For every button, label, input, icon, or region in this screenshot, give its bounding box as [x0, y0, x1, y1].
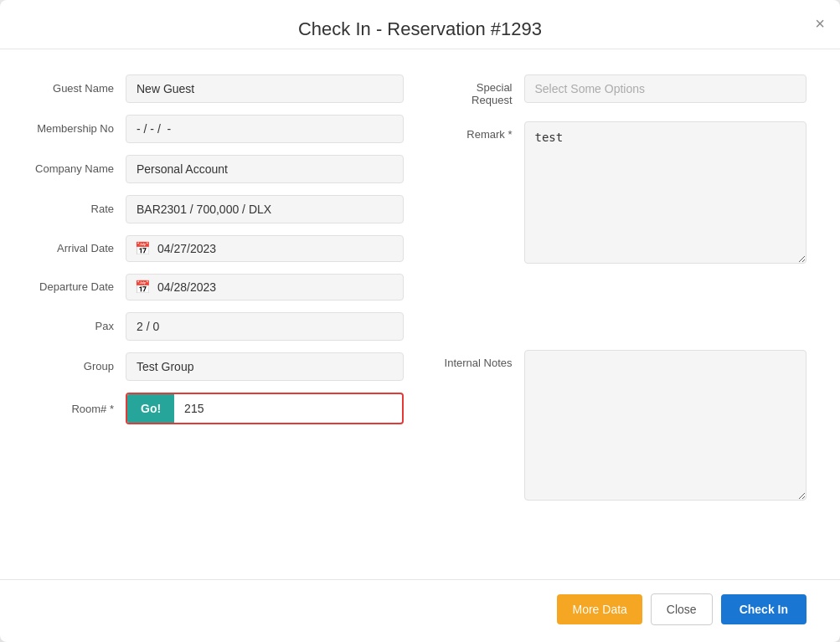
- arrival-date-label: Arrival Date: [33, 242, 126, 256]
- more-data-button[interactable]: More Data: [557, 594, 642, 624]
- calendar-icon: 📅: [135, 241, 151, 256]
- arrival-date-row: Arrival Date 📅 04/27/2023: [33, 235, 404, 262]
- internal-notes-label: Internal Notes: [437, 350, 513, 369]
- room-row: Room# * Go!: [33, 393, 404, 424]
- modal-header: Check In - Reservation #1293 ×: [0, 0, 840, 49]
- arrival-date-field[interactable]: 📅 04/27/2023: [126, 235, 404, 262]
- modal-footer: More Data Close Check In: [0, 579, 840, 642]
- special-request-row: Special Request Select Some Options: [437, 74, 807, 106]
- room-input[interactable]: [174, 395, 401, 422]
- arrival-date-value: 04/27/2023: [157, 242, 216, 255]
- group-row: Group: [33, 352, 404, 381]
- departure-date-value: 04/28/2023: [157, 280, 216, 294]
- group-input[interactable]: [126, 352, 404, 381]
- group-label: Group: [33, 360, 126, 374]
- room-box: Go!: [126, 393, 404, 424]
- membership-input[interactable]: [126, 115, 404, 143]
- right-column: Special Request Select Some Options Rema…: [437, 74, 807, 562]
- guest-name-input[interactable]: [126, 74, 404, 103]
- footer-close-button[interactable]: Close: [651, 593, 713, 625]
- calendar-icon-2: 📅: [135, 280, 151, 295]
- check-in-button[interactable]: Check In: [721, 594, 807, 624]
- rate-input[interactable]: [126, 195, 404, 223]
- remark-label: Remark *: [437, 121, 513, 141]
- guest-name-label: Guest Name: [33, 82, 126, 96]
- modal-body: Guest Name Membership No Company Name Ra…: [0, 49, 840, 579]
- company-name-label: Company Name: [33, 162, 126, 177]
- left-column: Guest Name Membership No Company Name Ra…: [33, 74, 404, 562]
- special-request-label: Special Request: [437, 74, 513, 106]
- internal-notes-textarea[interactable]: [524, 350, 807, 501]
- rate-row: Rate: [33, 195, 404, 223]
- internal-notes-row: Internal Notes: [437, 350, 807, 563]
- remark-row: Remark * test: [437, 121, 807, 335]
- guest-name-row: Guest Name: [33, 74, 404, 103]
- departure-date-field[interactable]: 📅 04/28/2023: [126, 274, 404, 300]
- room-label: Room# *: [33, 403, 126, 415]
- modal: Check In - Reservation #1293 × Guest Nam…: [0, 0, 840, 642]
- departure-date-label: Departure Date: [33, 280, 126, 295]
- close-icon[interactable]: ×: [815, 15, 825, 32]
- go-button[interactable]: Go!: [127, 394, 174, 423]
- departure-date-row: Departure Date 📅 04/28/2023: [33, 274, 404, 300]
- pax-label: Pax: [33, 320, 126, 334]
- rate-label: Rate: [33, 203, 126, 217]
- pax-input[interactable]: [126, 312, 404, 341]
- modal-title: Check In - Reservation #1293: [298, 18, 542, 39]
- membership-label: Membership No: [33, 122, 126, 136]
- pax-row: Pax: [33, 312, 404, 341]
- remark-textarea[interactable]: test: [524, 121, 807, 264]
- company-name-input[interactable]: [126, 155, 404, 183]
- company-name-row: Company Name: [33, 155, 404, 183]
- special-request-select[interactable]: Select Some Options: [524, 74, 807, 103]
- membership-row: Membership No: [33, 115, 404, 143]
